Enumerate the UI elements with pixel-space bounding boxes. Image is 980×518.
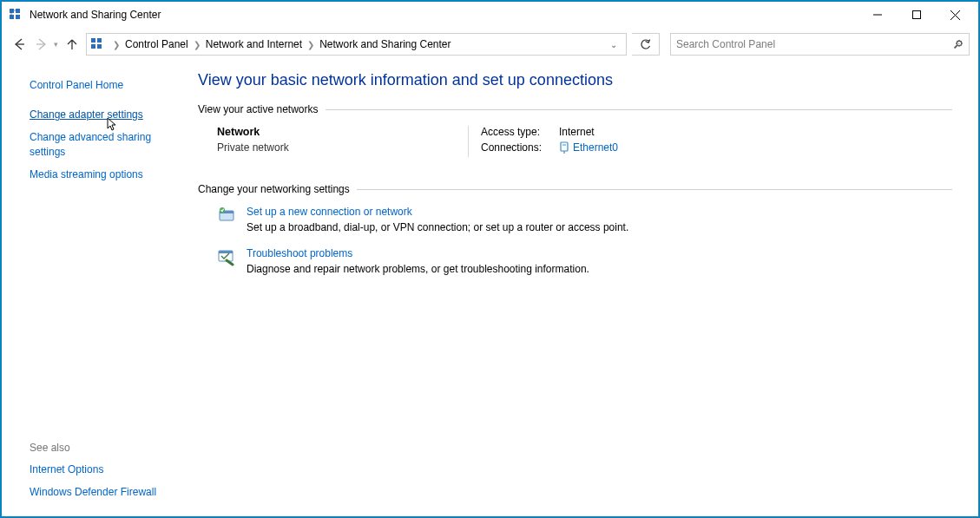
breadcrumb-control-panel[interactable]: Control Panel bbox=[122, 38, 192, 50]
connections-label: Connections: bbox=[481, 141, 559, 154]
main-pane: View your basic network information and … bbox=[184, 61, 978, 516]
setup-connection-icon bbox=[217, 206, 236, 225]
svg-rect-12 bbox=[91, 38, 95, 43]
address-bar[interactable]: ❯ Control Panel ❯ Network and Internet ❯… bbox=[86, 33, 627, 56]
internet-options-link[interactable]: Internet Options bbox=[30, 462, 175, 476]
access-type-label: Access type: bbox=[481, 126, 559, 138]
network-type: Private network bbox=[217, 141, 459, 154]
active-network-block: Network Private network Access type: Int… bbox=[198, 126, 952, 157]
search-input[interactable] bbox=[676, 38, 952, 50]
troubleshoot-desc: Diagnose and repair network problems, or… bbox=[247, 263, 589, 275]
see-also-label: See also bbox=[30, 442, 175, 454]
ethernet-icon bbox=[559, 141, 569, 154]
svg-rect-13 bbox=[97, 38, 102, 43]
maximize-button[interactable] bbox=[897, 3, 936, 27]
app-icon bbox=[9, 8, 23, 22]
svg-rect-1 bbox=[16, 9, 20, 13]
active-networks-text: View your active networks bbox=[198, 103, 319, 115]
change-settings-block: Set up a new connection or network Set u… bbox=[198, 206, 952, 275]
connection-link[interactable]: Ethernet0 bbox=[559, 141, 618, 154]
troubleshoot-link[interactable]: Troubleshoot problems bbox=[247, 247, 589, 259]
minimize-button[interactable] bbox=[858, 3, 897, 27]
setup-connection-desc: Set up a broadband, dial-up, or VPN conn… bbox=[247, 221, 628, 233]
svg-rect-7 bbox=[912, 11, 920, 19]
divider bbox=[357, 189, 952, 190]
svg-rect-2 bbox=[10, 15, 14, 19]
change-advanced-sharing-link[interactable]: Change advanced sharing settings bbox=[30, 130, 175, 158]
refresh-button[interactable] bbox=[632, 33, 660, 56]
task-troubleshoot: Troubleshoot problems Diagnose and repai… bbox=[198, 247, 952, 275]
svg-rect-0 bbox=[10, 9, 14, 13]
change-adapter-settings-link[interactable]: Change adapter settings bbox=[30, 108, 175, 121]
search-box[interactable]: 🔍︎ bbox=[670, 33, 970, 56]
location-icon bbox=[90, 37, 104, 51]
access-type-value: Internet bbox=[559, 126, 595, 138]
recent-dropdown-icon[interactable]: ▾ bbox=[54, 40, 58, 49]
breadcrumb-sharing-center[interactable]: Network and Sharing Center bbox=[316, 38, 454, 50]
close-button[interactable] bbox=[936, 3, 975, 27]
forward-button[interactable] bbox=[33, 36, 50, 53]
network-details: Access type: Internet Connections: Ether… bbox=[469, 126, 618, 157]
back-button[interactable] bbox=[10, 36, 28, 53]
setup-connection-link[interactable]: Set up a new connection or network bbox=[247, 206, 628, 218]
media-streaming-link[interactable]: Media streaming options bbox=[30, 167, 175, 181]
divider bbox=[326, 109, 952, 110]
content-body: Control Panel Home Change adapter settin… bbox=[2, 61, 978, 516]
svg-rect-15 bbox=[97, 44, 102, 49]
breadcrumb-sep[interactable]: ❯ bbox=[111, 40, 122, 49]
titlebar: Network and Sharing Center bbox=[2, 2, 978, 28]
network-name: Network bbox=[217, 126, 459, 138]
change-settings-section-label: Change your networking settings bbox=[198, 183, 952, 195]
svg-rect-3 bbox=[16, 15, 20, 19]
change-settings-text: Change your networking settings bbox=[198, 183, 350, 195]
troubleshoot-icon bbox=[217, 247, 236, 266]
network-identity: Network Private network bbox=[217, 126, 469, 157]
svg-rect-14 bbox=[91, 44, 95, 49]
window-controls bbox=[858, 3, 975, 27]
search-icon[interactable]: 🔍︎ bbox=[952, 38, 964, 51]
breadcrumb-network-internet[interactable]: Network and Internet bbox=[202, 38, 306, 50]
up-button[interactable] bbox=[63, 36, 81, 53]
control-panel-home-link[interactable]: Control Panel Home bbox=[30, 78, 175, 92]
svg-rect-23 bbox=[219, 251, 233, 253]
address-dropdown-icon[interactable]: ⌄ bbox=[605, 40, 622, 49]
active-networks-section-label: View your active networks bbox=[198, 103, 952, 115]
connection-name: Ethernet0 bbox=[573, 141, 618, 154]
windows-defender-firewall-link[interactable]: Windows Defender Firewall bbox=[30, 485, 175, 499]
breadcrumb-sep[interactable]: ❯ bbox=[192, 40, 202, 49]
page-heading: View your basic network information and … bbox=[198, 71, 952, 89]
window-title: Network and Sharing Center bbox=[30, 9, 161, 21]
task-setup-connection: Set up a new connection or network Set u… bbox=[198, 206, 952, 233]
side-pane: Control Panel Home Change adapter settin… bbox=[2, 61, 184, 516]
breadcrumb-sep[interactable]: ❯ bbox=[306, 40, 316, 49]
svg-rect-16 bbox=[561, 142, 568, 151]
toolbar: ▾ ❯ Control Panel ❯ Network and Internet… bbox=[2, 28, 978, 61]
